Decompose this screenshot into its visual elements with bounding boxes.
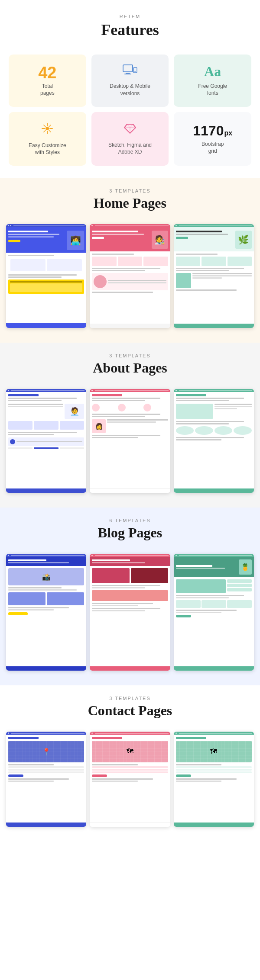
blog-pages-subtitle: 6 TEMPLATES [9,518,251,523]
contact1-nav [6,732,86,735]
contact-pages-previews: 📍 🗺 [0,732,260,837]
contact-pages-header: 3 TEMPLATES Contact Pages [0,685,260,732]
home-template-3: 🌿 [174,224,254,328]
sketch-label: Sketch, Figma andAdobe XD [108,141,152,156]
about-pages-subtitle: 3 TEMPLATES [9,353,251,358]
blog1-content: 📸 [6,566,86,617]
home2-footer [90,324,170,328]
blog3-hero: 🍍 [174,557,254,577]
feature-devices: Desktop & Mobileversions [91,55,169,107]
blog-template-3: 🍍 [174,554,254,671]
features-grid: 42 Totalpages Desktop & Mobileversions A… [0,48,260,178]
home2-content [90,251,170,295]
about3-nav [174,389,254,392]
about-pages-section: 3 TEMPLATES About Pages 🧑‍💼 [0,343,260,508]
blog-template-2 [90,554,170,671]
bootstrap-suffix: px [224,129,232,137]
home1-nav [6,224,86,227]
bootstrap-number: 1170 [193,123,224,139]
home2-nav [90,224,170,227]
home1-hero: 👩‍💻 [6,227,86,253]
contact-pages-title: Contact Pages [9,703,251,719]
blog3-content [174,577,254,620]
svg-rect-1 [126,73,130,74]
about2-footer [90,488,170,493]
blog-pages-section: 6 TEMPLATES Blog Pages 📸 [0,508,260,685]
bootstrap-number-wrapper: 1170 px [193,123,232,139]
feature-customize: Easy Customizewith Styles [9,112,86,166]
svg-line-12 [44,130,46,132]
contact-pages-section: 3 TEMPLATES Contact Pages 📍 [0,685,260,850]
fonts-icon: Aa [204,64,221,78]
feature-sketch: Sketch, Figma andAdobe XD [91,112,169,166]
blog3-nav [174,554,254,557]
customize-label: Easy Customizewith Styles [29,142,66,157]
blog2-nav [90,554,170,557]
blog2-hero [90,557,170,566]
contact-template-1: 📍 [6,732,86,827]
feature-pages: 42 Totalpages [9,55,86,107]
blog-pages-title: Blog Pages [9,525,251,541]
contact2-map: 🗺 [92,741,168,762]
pages-label: Totalpages [40,83,55,97]
svg-line-10 [49,130,51,132]
about2-nav [90,389,170,392]
header-title: Features [9,21,251,39]
about-template-2: 👩 [90,389,170,493]
contact1-map: 📍 [8,741,84,762]
contact-template-3: 🗺 [174,732,254,827]
features-header: RETEM Features [0,0,260,48]
header-subtitle: RETEM [9,14,251,19]
about3-footer [174,488,254,493]
home1-footer [6,323,86,328]
home-template-1: 👩‍💻 [6,224,86,328]
contact-template-2: 🗺 [90,732,170,827]
svg-line-9 [44,125,46,126]
contact-pages-subtitle: 3 TEMPLATES [9,696,251,701]
contact2-nav [90,732,170,735]
about1-nav [6,389,86,392]
home2-hero: 🧑‍🎨 [90,227,170,251]
contact1-content: 📍 [6,735,86,784]
home-template-2: 🧑‍🎨 [90,224,170,328]
svg-rect-2 [124,74,131,74]
fonts-label: Free Googlefonts [198,83,227,97]
home1-content [6,253,86,297]
devices-icon [122,64,138,78]
home-pages-previews: 👩‍💻 [0,224,260,338]
blog2-content [90,566,170,614]
home3-nav [174,224,254,227]
home-pages-section: 3 TEMPLATES Home Pages 👩‍💻 [0,178,260,343]
svg-line-11 [49,125,51,126]
home3-content [174,251,254,293]
blog2-footer [90,666,170,671]
feature-bootstrap: 1170 px Bootstrapgrid [174,112,251,166]
contact3-footer [174,823,254,827]
contact3-map: 🗺 [176,741,252,762]
contact3-nav [174,732,254,735]
home-pages-header: 3 TEMPLATES Home Pages [0,178,260,224]
sketch-icon [123,122,137,137]
svg-rect-3 [133,67,137,73]
about1-content: 🧑‍💼 [6,392,86,451]
svg-point-13 [46,127,49,130]
about-template-1: 🧑‍💼 [6,389,86,493]
customize-icon [40,122,54,138]
blog-template-1: 📸 [6,554,86,671]
blog-pages-header: 6 TEMPLATES Blog Pages [0,508,260,554]
blog3-footer [174,666,254,671]
home-pages-subtitle: 3 TEMPLATES [9,188,251,193]
blog-pages-previews: 📸 [0,554,260,681]
home3-hero: 🌿 [174,227,254,251]
svg-rect-0 [123,65,133,72]
contact2-footer [90,823,170,827]
home-pages-title: Home Pages [9,195,251,211]
about3-content [174,392,254,443]
about-template-3 [174,389,254,493]
bootstrap-label: Bootstrapgrid [202,141,224,155]
contact2-content: 🗺 [90,735,170,784]
pages-number: 42 [38,64,56,81]
about-pages-previews: 🧑‍💼 [0,389,260,503]
about2-content: 👩 [90,392,170,440]
devices-label: Desktop & Mobileversions [110,83,150,97]
